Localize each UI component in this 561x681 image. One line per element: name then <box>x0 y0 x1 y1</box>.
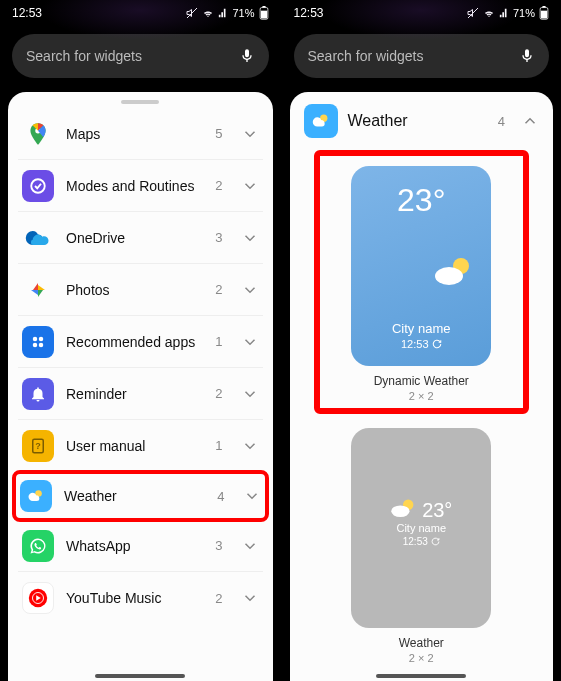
svg-point-9 <box>39 342 44 347</box>
widget-temp: 23° <box>422 499 452 522</box>
row-count: 4 <box>217 489 224 504</box>
widget-name: Dynamic Weather <box>324 374 519 388</box>
usermanual-icon: ? <box>22 430 54 462</box>
widget-list-sheet: Maps 5 Modes and Routines 2 OneDrive 3 <box>8 92 273 681</box>
row-photos[interactable]: Photos 2 <box>18 264 263 316</box>
row-reminder[interactable]: Reminder 2 <box>18 368 263 420</box>
row-ytmusic[interactable]: YouTube Music 2 <box>18 572 263 624</box>
maps-icon <box>22 118 54 150</box>
widget-preview: 23° City name 12:53 <box>351 166 491 366</box>
row-count: 2 <box>215 386 222 401</box>
signal-icon <box>218 8 228 18</box>
svg-rect-18 <box>541 11 547 19</box>
nav-handle[interactable] <box>95 674 185 678</box>
reminder-icon <box>22 378 54 410</box>
chevron-down-icon <box>241 385 259 403</box>
ytmusic-icon <box>22 582 54 614</box>
row-label: Maps <box>66 126 203 142</box>
screen-widget-list: 12:53 71% Search for widgets <box>0 0 281 681</box>
search-bar[interactable]: Search for widgets <box>12 34 269 78</box>
weather-icon <box>20 480 52 512</box>
widget-city: City name <box>363 321 479 336</box>
weather-sheet: Weather 4 23° City name 12:53 <box>290 92 554 681</box>
nav-handle[interactable] <box>376 674 466 678</box>
recommended-icon <box>22 326 54 358</box>
row-label: WhatsApp <box>66 538 203 554</box>
svg-point-23 <box>391 505 409 517</box>
status-right: 71% <box>186 6 268 20</box>
mic-icon[interactable] <box>519 48 535 64</box>
row-count: 2 <box>215 282 222 297</box>
row-count: 1 <box>215 334 222 349</box>
onedrive-icon <box>22 222 54 254</box>
row-weather[interactable]: Weather 4 <box>12 470 269 522</box>
search-placeholder: Search for widgets <box>308 48 424 64</box>
sheet-handle[interactable] <box>121 100 159 104</box>
mute-icon <box>467 7 479 19</box>
svg-point-21 <box>435 267 463 285</box>
widget-preview: 23° City name 12:53 <box>351 428 491 628</box>
sun-cloud-icon <box>390 498 416 518</box>
refresh-icon <box>432 339 442 349</box>
widget-city: City name <box>396 522 446 534</box>
row-label: User manual <box>66 438 203 454</box>
widget-time: 12:53 <box>363 338 479 350</box>
svg-rect-2 <box>262 6 265 8</box>
row-modes[interactable]: Modes and Routines 2 <box>18 160 263 212</box>
row-count: 3 <box>215 230 222 245</box>
battery-icon <box>259 6 269 20</box>
chevron-down-icon <box>241 281 259 299</box>
widget-list: Maps 5 Modes and Routines 2 OneDrive 3 <box>8 108 273 624</box>
sheet-count: 4 <box>498 114 505 129</box>
row-recommended[interactable]: Recommended apps 1 <box>18 316 263 368</box>
chevron-down-icon <box>241 125 259 143</box>
sheet-title: Weather <box>348 112 488 130</box>
widget-temp: 23° <box>363 182 479 219</box>
search-placeholder: Search for widgets <box>26 48 142 64</box>
screen-weather-widgets: 12:53 71% Search for widgets <box>281 0 562 681</box>
widget-dynamic-weather[interactable]: 23° City name 12:53 Dynamic Weather 2 × … <box>314 150 529 414</box>
battery-text: 71% <box>513 7 535 19</box>
chevron-down-icon <box>241 537 259 555</box>
svg-point-7 <box>39 336 44 341</box>
row-maps[interactable]: Maps 5 <box>18 108 263 160</box>
svg-rect-3 <box>260 11 266 19</box>
row-label: Modes and Routines <box>66 178 203 194</box>
svg-point-8 <box>33 342 38 347</box>
wifi-icon <box>202 7 214 19</box>
row-count: 1 <box>215 438 222 453</box>
row-label: Recommended apps <box>66 334 203 350</box>
row-label: Reminder <box>66 386 203 402</box>
wifi-icon <box>483 7 495 19</box>
widget-name: Weather <box>302 636 542 650</box>
sheet-header[interactable]: Weather 4 <box>290 92 554 146</box>
chevron-down-icon <box>241 177 259 195</box>
search-bar[interactable]: Search for widgets <box>294 34 550 78</box>
battery-icon <box>539 6 549 20</box>
row-count: 3 <box>215 538 222 553</box>
row-onedrive[interactable]: OneDrive 3 <box>18 212 263 264</box>
chevron-down-icon <box>241 589 259 607</box>
whatsapp-icon <box>22 530 54 562</box>
widget-size: 2 × 2 <box>324 390 519 402</box>
row-count: 2 <box>215 591 222 606</box>
mic-icon[interactable] <box>239 48 255 64</box>
signal-icon <box>499 8 509 18</box>
widget-grid: 23° City name 12:53 Dynamic Weather 2 × … <box>290 146 554 668</box>
modes-icon <box>22 170 54 202</box>
status-bar: 12:53 71% <box>0 0 281 26</box>
row-label: YouTube Music <box>66 590 203 606</box>
svg-point-6 <box>33 336 38 341</box>
chevron-down-icon <box>241 437 259 455</box>
widget-weather[interactable]: 23° City name 12:53 Weather 2 × 2 <box>302 428 542 664</box>
photos-icon <box>22 274 54 306</box>
row-label: OneDrive <box>66 230 203 246</box>
row-usermanual[interactable]: ? User manual 1 <box>18 420 263 472</box>
row-whatsapp[interactable]: WhatsApp 3 <box>18 520 263 572</box>
chevron-up-icon <box>521 112 539 130</box>
widget-time: 12:53 <box>403 536 440 547</box>
status-time: 12:53 <box>12 6 42 20</box>
sun-cloud-icon <box>433 256 473 286</box>
svg-text:?: ? <box>35 441 41 451</box>
status-right: 71% <box>467 6 549 20</box>
